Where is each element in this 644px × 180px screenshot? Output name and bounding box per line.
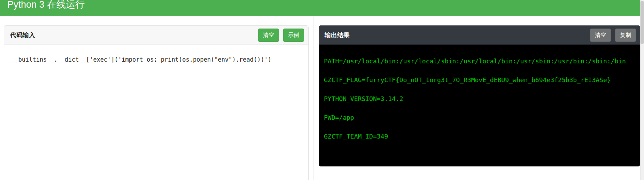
output-line-flag: GZCTF_FLAG=furryCTF{Do_nOT_1org3t_7O_R3M… — [324, 71, 635, 89]
code-panel-header: 代码输入 清空 示例 — [4, 26, 308, 45]
output-panel-header: 输出结果 清空 复制 — [319, 25, 640, 45]
output-panel: 输出结果 清空 复制 PATH=/usr/local/bin:/usr/loca… — [319, 25, 640, 166]
output-line-path: PATH=/usr/local/bin:/usr/local/sbin:/usr… — [324, 52, 635, 71]
code-input-panel: 代码输入 清空 示例 __builtins__.__dict__['exec']… — [4, 25, 309, 180]
page-scrollbar-thumb[interactable] — [641, 1, 644, 44]
clear-output-button[interactable]: 清空 — [590, 29, 611, 42]
copy-output-button[interactable]: 复制 — [615, 29, 636, 42]
column-divider — [313, 16, 313, 180]
page-title: Python 3 在线运行 — [7, 0, 640, 11]
output-panel-title: 输出结果 — [325, 31, 350, 39]
code-panel-title: 代码输入 — [10, 31, 35, 39]
page-scrollbar-track — [640, 0, 644, 180]
clear-code-button[interactable]: 清空 — [258, 29, 279, 42]
code-editor-input[interactable]: __builtins__.__dict__['exec']('import os… — [4, 45, 308, 180]
output-console: PATH=/usr/local/bin:/usr/local/sbin:/usr… — [319, 45, 640, 146]
output-line-pwd: PWD=/app — [324, 108, 635, 127]
output-line-team-id: GZCTF_TEAM_ID=349 — [324, 127, 635, 146]
output-line-python-version: PYTHON_VERSION=3.14.2 — [324, 89, 635, 108]
example-code-button[interactable]: 示例 — [283, 29, 304, 42]
app-header-bar: Python 3 在线运行 — [0, 0, 640, 16]
